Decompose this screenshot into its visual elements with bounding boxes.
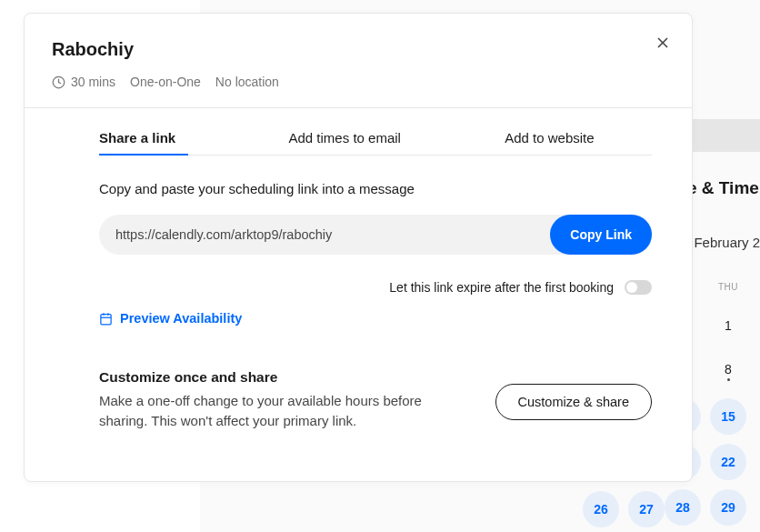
customize-text-block: Customize once and share Make a one-off …: [99, 369, 468, 432]
calendar-cell[interactable]: 22: [710, 444, 746, 480]
expire-row: Let this link expire after the first boo…: [99, 280, 652, 295]
calendar-cell[interactable]: 27: [628, 491, 665, 527]
customize-share-button[interactable]: Customize & share: [495, 384, 653, 420]
calendar-cell[interactable]: 26: [583, 491, 619, 527]
share-modal: Rabochiy 30 mins One-on-One No location …: [24, 13, 693, 482]
modal-title: Rabochiy: [52, 39, 663, 60]
copy-instruction: Copy and paste your scheduling link into…: [99, 181, 652, 196]
meta-type: One-on-One: [130, 75, 201, 89]
expire-label: Let this link expire after the first boo…: [389, 280, 614, 295]
copy-link-button[interactable]: Copy Link: [550, 215, 652, 255]
meta-duration: 30 mins: [52, 75, 115, 89]
calendar-cell[interactable]: 29: [710, 489, 746, 526]
tab-add-website[interactable]: Add to website: [447, 130, 652, 155]
calendar-row: 2829: [660, 487, 760, 527]
meta-location: No location: [215, 75, 279, 89]
scheduling-link-row: https://calendly.com/arktop9/rabochiy Co…: [99, 215, 652, 255]
calendar-header-cell: THU: [705, 273, 751, 300]
modal-meta: 30 mins One-on-One No location: [52, 75, 663, 89]
modal-header: Rabochiy 30 mins One-on-One No location: [25, 14, 692, 108]
customize-title: Customize once and share: [99, 369, 468, 386]
close-icon: [654, 34, 672, 52]
modal-body: Share a link Add times to email Add to w…: [25, 108, 692, 432]
background-month-label: February 2: [694, 235, 760, 250]
preview-label: Preview Availability: [120, 311, 242, 326]
calendar-cell[interactable]: 15: [710, 398, 746, 435]
expire-toggle[interactable]: [625, 280, 652, 295]
tab-share-link[interactable]: Share a link: [99, 130, 243, 155]
calendar-cell: 1: [705, 306, 751, 346]
svg-rect-3: [101, 314, 111, 324]
background-heading: e & Time: [687, 178, 760, 198]
preview-availability-link[interactable]: Preview Availability: [99, 311, 242, 326]
tab-add-times-email[interactable]: Add times to email: [243, 130, 447, 155]
scheduling-url[interactable]: https://calendly.com/arktop9/rabochiy: [115, 227, 550, 242]
preview-row: Preview Availability: [99, 311, 652, 329]
share-tabs: Share a link Add times to email Add to w…: [99, 130, 652, 156]
close-button[interactable]: [654, 34, 672, 55]
calendar-cell: 8: [705, 351, 751, 391]
clock-icon: [52, 75, 65, 89]
customize-section: Customize once and share Make a one-off …: [99, 369, 652, 432]
customize-subtitle: Make a one-off change to your available …: [99, 391, 468, 432]
calendar-icon: [99, 312, 113, 326]
calendar-cell[interactable]: 28: [665, 489, 701, 526]
duration-text: 30 mins: [71, 75, 115, 89]
